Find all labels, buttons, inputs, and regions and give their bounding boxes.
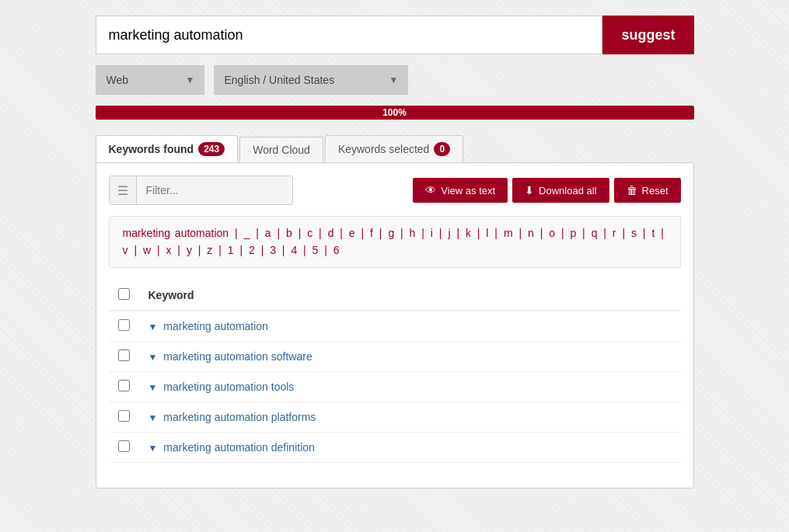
alphabet-z[interactable]: z — [207, 244, 212, 256]
row-checkbox[interactable] — [118, 380, 130, 391]
alphabet-j[interactable]: j — [448, 227, 450, 239]
filter-icon: ☰ — [117, 184, 128, 197]
tab-keywords-found-badge: 243 — [198, 142, 225, 156]
alphabet-i[interactable]: i — [431, 227, 433, 239]
alphabet-r[interactable]: r — [613, 227, 616, 239]
alphabet-t[interactable]: t — [651, 227, 655, 239]
filter-row: ☰ 👁 View as text ⬇ Download all 🗑 Reset — [109, 176, 681, 205]
keyword-text[interactable]: marketing automation definition — [163, 441, 315, 454]
alphabet-3[interactable]: 3 — [270, 244, 276, 256]
tab-keywords-found[interactable]: Keywords found 243 — [96, 135, 239, 162]
language-dropdown[interactable]: English / United States French / France … — [214, 65, 408, 95]
trash-icon: 🗑 — [627, 184, 637, 196]
alphabet-g[interactable]: g — [388, 227, 394, 239]
download-icon: ⬇ — [525, 184, 534, 196]
tab-keywords-selected-label: Keywords selected — [338, 143, 430, 155]
expand-arrow-icon[interactable]: ▼ — [148, 443, 158, 454]
alphabet-6[interactable]: 6 — [333, 244, 340, 256]
web-dropdown[interactable]: Web Images News — [96, 65, 204, 95]
alphabet-o[interactable]: o — [549, 227, 555, 239]
alphabet-5[interactable]: 5 — [312, 244, 319, 256]
filter-buttons: 👁 View as text ⬇ Download all 🗑 Reset — [413, 178, 680, 203]
row-keyword-cell: ▼ marketing automation — [139, 311, 681, 342]
alphabet-k[interactable]: k — [466, 227, 471, 239]
keyword-text[interactable]: marketing automation — [163, 320, 268, 332]
reset-label: Reset — [642, 185, 669, 196]
row-checkbox[interactable] — [118, 410, 130, 422]
table-row: ▼ marketing automation definition — [109, 432, 681, 462]
alphabet-underscore[interactable]: _ — [244, 227, 250, 239]
row-keyword-cell: ▼ marketing automation platforms — [139, 402, 681, 432]
table-row: ▼ marketing automation platforms — [109, 402, 681, 432]
web-dropdown-wrapper: Web Images News ▼ — [96, 65, 204, 95]
tab-keywords-selected[interactable]: Keywords selected 0 — [325, 135, 463, 162]
row-checkbox-cell — [109, 371, 139, 402]
alphabet-marketing-automation[interactable]: marketing automation — [123, 227, 229, 239]
expand-arrow-icon[interactable]: ▼ — [148, 352, 158, 363]
keyword-text[interactable]: marketing automation software — [163, 350, 312, 363]
search-input[interactable] — [96, 16, 603, 54]
alphabet-b[interactable]: b — [286, 227, 292, 239]
download-label: Download all — [539, 185, 596, 196]
filter-icon-button[interactable]: ☰ — [110, 176, 137, 204]
keywords-table: Keyword ▼ marketing automation — [109, 280, 681, 463]
row-checkbox[interactable] — [118, 349, 130, 361]
progress-label: 100% — [382, 107, 407, 118]
alphabet-n[interactable]: n — [528, 227, 534, 239]
keyword-text[interactable]: marketing automation platforms — [163, 411, 316, 423]
alphabet-h[interactable]: h — [410, 227, 416, 239]
progress-container: 100% — [96, 106, 694, 120]
tab-keywords-found-label: Keywords found — [109, 143, 194, 155]
alphabet-w[interactable]: w — [143, 244, 151, 256]
view-text-button[interactable]: 👁 View as text — [413, 178, 508, 203]
row-checkbox-cell — [109, 341, 139, 371]
reset-button[interactable]: 🗑 Reset — [614, 178, 681, 203]
view-text-label: View as text — [441, 185, 495, 196]
language-dropdown-wrapper: English / United States French / France … — [214, 65, 408, 95]
keyword-text[interactable]: marketing automation tools — [163, 381, 294, 393]
select-all-checkbox[interactable] — [118, 288, 130, 300]
main-panel: ☰ 👁 View as text ⬇ Download all 🗑 Reset — [96, 162, 694, 489]
tab-word-cloud[interactable]: Word Cloud — [239, 137, 323, 162]
expand-arrow-icon[interactable]: ▼ — [148, 382, 158, 393]
filter-input[interactable] — [137, 179, 292, 202]
alphabet-p[interactable]: p — [570, 227, 576, 239]
alphabet-v[interactable]: v — [123, 244, 128, 256]
row-checkbox[interactable] — [118, 440, 130, 452]
row-checkbox-cell — [109, 402, 139, 432]
alphabet-4[interactable]: 4 — [291, 244, 297, 256]
row-checkbox-cell — [109, 432, 139, 462]
tabs-container: Keywords found 243 Word Cloud Keywords s… — [96, 135, 694, 162]
alphabet-1[interactable]: 1 — [228, 244, 234, 256]
alphabet-c[interactable]: c — [307, 227, 312, 239]
alphabet-q[interactable]: q — [592, 227, 598, 239]
expand-arrow-icon[interactable]: ▼ — [148, 322, 158, 332]
alphabet-s[interactable]: s — [631, 227, 637, 239]
alphabet-x[interactable]: x — [166, 244, 171, 256]
row-keyword-cell: ▼ marketing automation tools — [139, 371, 681, 402]
alphabet-a[interactable]: a — [265, 227, 271, 239]
dropdowns-row: Web Images News ▼ English / United State… — [96, 65, 694, 95]
suggest-button[interactable]: suggest — [602, 16, 693, 54]
search-row: suggest — [96, 16, 694, 54]
download-button[interactable]: ⬇ Download all — [512, 178, 609, 203]
progress-bar: 100% — [96, 106, 694, 120]
table-row: ▼ marketing automation tools — [109, 371, 681, 402]
expand-arrow-icon[interactable]: ▼ — [148, 412, 158, 423]
filter-left: ☰ — [109, 176, 293, 205]
eye-icon: 👁 — [425, 184, 436, 196]
table-header-keyword: Keyword — [139, 280, 681, 311]
row-checkbox[interactable] — [118, 319, 130, 331]
table-row: ▼ marketing automation software — [109, 341, 681, 371]
alphabet-f[interactable]: f — [370, 227, 373, 239]
tab-word-cloud-label: Word Cloud — [253, 144, 310, 156]
table-row: ▼ marketing automation — [109, 311, 681, 342]
alphabet-2[interactable]: 2 — [249, 244, 255, 256]
alphabet-l[interactable]: l — [486, 227, 488, 239]
alphabet-d[interactable]: d — [328, 227, 334, 239]
row-keyword-cell: ▼ marketing automation software — [139, 341, 681, 371]
tab-keywords-selected-badge: 0 — [434, 142, 450, 156]
alphabet-e[interactable]: e — [349, 227, 355, 239]
alphabet-m[interactable]: m — [504, 227, 513, 239]
alphabet-y[interactable]: y — [187, 244, 192, 256]
